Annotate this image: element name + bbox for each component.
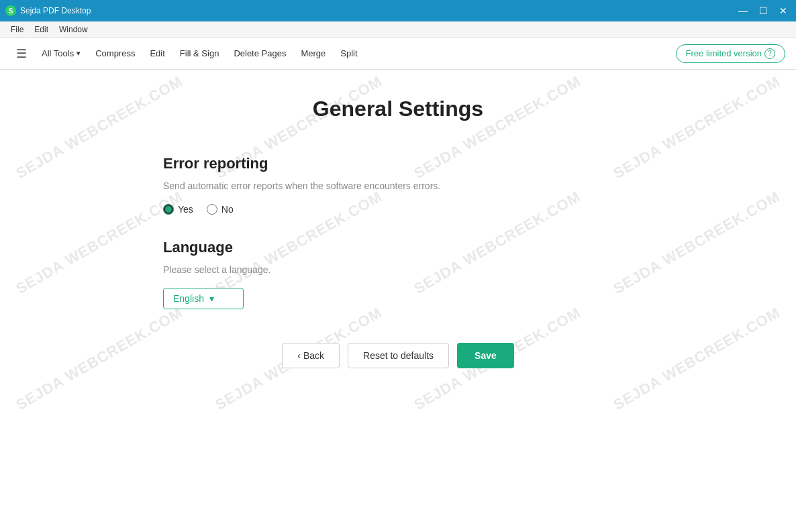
- page-title: General Settings: [163, 97, 633, 121]
- app-icon: S: [5, 5, 16, 16]
- error-reporting-section: Error reporting Send automatic error rep…: [163, 155, 633, 215]
- nav-compress[interactable]: Compress: [89, 44, 142, 62]
- radio-yes-label[interactable]: Yes: [163, 204, 193, 215]
- all-tools-label: All Tools: [42, 48, 74, 58]
- maximize-button[interactable]: ☐: [756, 3, 770, 18]
- close-button[interactable]: ✕: [776, 3, 791, 18]
- nav-merge[interactable]: Merge: [294, 44, 332, 62]
- back-label: Back: [303, 350, 324, 361]
- title-bar: S Sejda PDF Desktop — ☐ ✕: [0, 0, 796, 21]
- language-section: Language Please select a language. Engli…: [163, 239, 633, 309]
- main-content: SEJDA WEBCREEK.COM SEJDA WEBCREEK.COM SE…: [0, 70, 796, 532]
- error-reporting-title: Error reporting: [163, 155, 633, 172]
- toolbar-nav: All Tools ▾ Compress Edit Fill & Sign De…: [35, 44, 673, 62]
- language-dropdown[interactable]: English ▾: [163, 288, 244, 309]
- reset-button[interactable]: Reset to defaults: [348, 343, 449, 368]
- language-title: Language: [163, 239, 633, 256]
- minimize-button[interactable]: —: [736, 3, 750, 18]
- chevron-down-icon: ▾: [77, 49, 81, 58]
- question-icon: ?: [764, 48, 775, 59]
- back-button[interactable]: ‹ Back: [282, 343, 340, 368]
- nav-edit[interactable]: Edit: [143, 44, 171, 62]
- app-title: Sejda PDF Desktop: [20, 6, 736, 15]
- menu-bar: File Edit Window: [0, 21, 796, 38]
- settings-wrapper: General Settings Error reporting Send au…: [163, 97, 633, 368]
- radio-no-label[interactable]: No: [207, 204, 234, 215]
- nav-all-tools[interactable]: All Tools ▾: [35, 44, 87, 62]
- menu-edit[interactable]: Edit: [29, 23, 54, 36]
- nav-delete-pages[interactable]: Delete Pages: [227, 44, 293, 62]
- menu-file[interactable]: File: [5, 23, 29, 36]
- hamburger-menu[interactable]: ☰: [11, 44, 32, 64]
- window-controls: — ☐ ✕: [736, 3, 791, 18]
- save-button[interactable]: Save: [457, 343, 514, 368]
- language-value: English: [173, 293, 204, 304]
- radio-no[interactable]: [207, 204, 217, 215]
- error-reporting-radio-group: Yes No: [163, 204, 633, 215]
- radio-no-text: No: [221, 204, 234, 215]
- toolbar: ☰ All Tools ▾ Compress Edit Fill & Sign …: [0, 38, 796, 70]
- actions-row: ‹ Back Reset to defaults Save: [163, 343, 633, 368]
- radio-yes-text: Yes: [178, 204, 193, 215]
- nav-fill-sign[interactable]: Fill & Sign: [173, 44, 226, 62]
- free-version-button[interactable]: Free limited version ?: [676, 44, 785, 63]
- dropdown-arrow-icon: ▾: [209, 293, 214, 304]
- language-desc: Please select a language.: [163, 263, 633, 277]
- back-chevron-icon: ‹: [297, 350, 301, 361]
- error-reporting-desc: Send automatic error reports when the so…: [163, 179, 633, 193]
- nav-split[interactable]: Split: [334, 44, 364, 62]
- menu-window[interactable]: Window: [54, 23, 93, 36]
- radio-yes[interactable]: [163, 204, 174, 215]
- free-version-label: Free limited version: [686, 48, 762, 58]
